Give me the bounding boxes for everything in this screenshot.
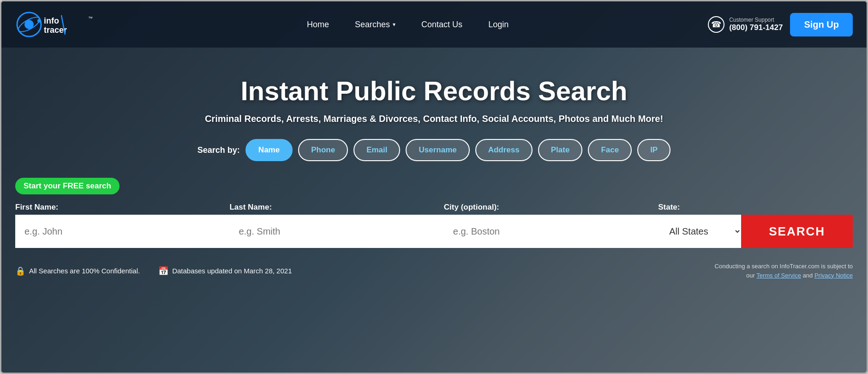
svg-text:™: ™ [88, 16, 93, 21]
database-text: Databases updated on March 28, 2021 [172, 267, 292, 275]
last-name-field: Last Name: [229, 203, 443, 248]
tab-phone[interactable]: Phone [298, 139, 348, 161]
search-by-label: Search by: [198, 145, 240, 155]
state-field: State: All States Alabama Alaska Arizona… [658, 203, 741, 248]
tab-name[interactable]: Name [245, 139, 293, 161]
tab-ip[interactable]: IP [637, 139, 670, 161]
search-button[interactable]: SEARCH [741, 215, 853, 248]
city-label: City (optional): [444, 203, 658, 212]
last-name-input[interactable] [229, 215, 443, 248]
support-phone: (800) 791-1427 [729, 23, 783, 32]
hero-title: Instant Public Records Search [20, 75, 848, 106]
support-text: Customer Support (800) 791-1427 [729, 17, 783, 32]
free-search-badge: Start your FREE search [15, 178, 120, 194]
calendar-icon: 📅 [158, 266, 168, 276]
svg-text:info: info [44, 16, 59, 25]
tab-plate[interactable]: Plate [538, 139, 583, 161]
nav-home[interactable]: Home [294, 1, 342, 48]
nav-contact[interactable]: Contact Us [408, 1, 475, 48]
database-item: 📅 Databases updated on March 28, 2021 [158, 266, 292, 276]
tab-username[interactable]: Username [406, 139, 469, 161]
first-name-input[interactable] [15, 215, 229, 248]
search-form-row: First Name: Last Name: City (optional): … [15, 203, 853, 248]
city-field: City (optional): [444, 203, 658, 248]
first-name-field: First Name: [15, 203, 229, 248]
footer-right: Conducting a search on InfoTracer.com is… [705, 262, 853, 280]
nav-right: ☎ Customer Support (800) 791-1427 Sign U… [708, 13, 853, 36]
lock-icon: 🔒 [15, 266, 25, 276]
tab-face[interactable]: Face [588, 139, 632, 161]
first-name-label: First Name: [15, 203, 229, 212]
logo-svg: info tracer ™ [15, 11, 108, 38]
tab-email[interactable]: Email [353, 139, 400, 161]
state-select[interactable]: All States Alabama Alaska Arizona Califo… [658, 215, 741, 248]
searches-chevron-icon: ▾ [393, 21, 395, 28]
nav-links: Home Searches ▾ Contact Us Login [294, 1, 521, 48]
state-label: State: [658, 203, 741, 212]
confidential-text: All Searches are 100% Confidential. [29, 267, 140, 275]
signup-button[interactable]: Sign Up [790, 13, 853, 36]
footer-bar: 🔒 All Searches are 100% Confidential. 📅 … [1, 257, 867, 284]
hero-content: Instant Public Records Search Criminal R… [1, 48, 867, 178]
phone-icon: ☎ [708, 16, 724, 33]
search-by-row: Search by: Name Phone Email Username Add… [20, 139, 848, 161]
svg-point-3 [37, 19, 41, 23]
nav-searches[interactable]: Searches ▾ [342, 1, 408, 48]
page-wrapper: info tracer ™ Home Searches ▾ Contact Us… [0, 0, 868, 374]
and-text: and [803, 272, 813, 279]
nav-login[interactable]: Login [475, 1, 521, 48]
hero-subtitle: Criminal Records, Arrests, Marriages & D… [20, 114, 848, 124]
support-area: ☎ Customer Support (800) 791-1427 [708, 16, 783, 33]
support-label: Customer Support [729, 17, 783, 23]
tos-link[interactable]: Terms of Service [756, 272, 801, 279]
city-input[interactable] [444, 215, 658, 248]
search-form-area: Start your FREE search First Name: Last … [1, 178, 867, 257]
footer-left: 🔒 All Searches are 100% Confidential. 📅 … [15, 266, 292, 276]
navbar: info tracer ™ Home Searches ▾ Contact Us… [1, 1, 867, 48]
last-name-label: Last Name: [229, 203, 443, 212]
confidential-item: 🔒 All Searches are 100% Confidential. [15, 266, 140, 276]
logo-area[interactable]: info tracer ™ [15, 11, 108, 38]
tab-address[interactable]: Address [475, 139, 533, 161]
privacy-link[interactable]: Privacy Notice [814, 272, 853, 279]
